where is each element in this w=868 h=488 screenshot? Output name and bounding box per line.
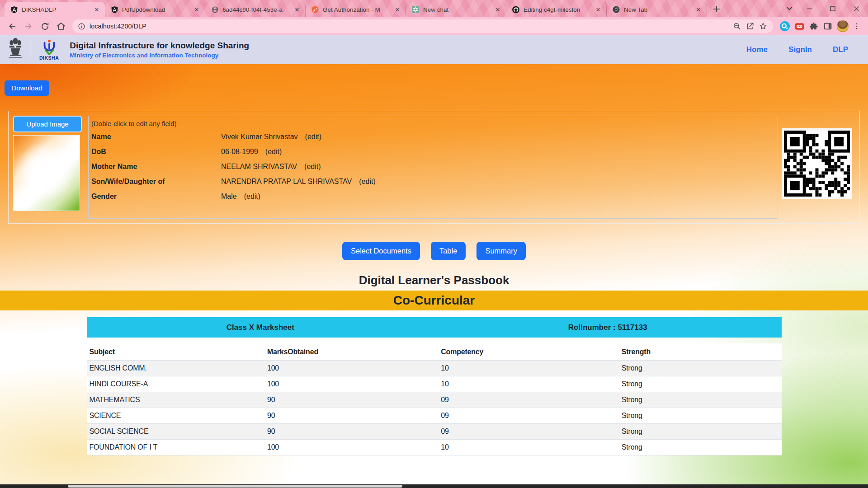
fields-container: NameVivek Kumar Shrivastav(edit)DoB06-08… — [91, 129, 776, 204]
horizontal-scrollbar[interactable] — [0, 484, 868, 488]
summary-button[interactable]: Summary — [476, 242, 526, 260]
nav-home[interactable]: Home — [746, 45, 768, 54]
github-icon — [512, 5, 520, 14]
field-label: DoB — [91, 148, 221, 156]
browser-tab[interactable]: Editing c4gt-mileston✕ — [506, 2, 607, 17]
tab-close-icon[interactable]: ✕ — [192, 5, 201, 14]
table-cell-competency: 10 — [438, 440, 619, 455]
marksheet-rollnumber: Rollnumber : 5117133 — [434, 317, 782, 338]
extensions-cluster — [777, 20, 863, 32]
table-cell-subject: ENGLISH COMM. — [87, 361, 264, 376]
table-cell-strength: Strong — [619, 392, 782, 408]
extension-red-icon[interactable] — [794, 21, 805, 32]
table-cell-strength: Strong — [619, 408, 782, 424]
upload-image-button[interactable]: Upload Image — [13, 116, 82, 132]
tab-close-icon[interactable]: ✕ — [694, 5, 703, 14]
nav-signin[interactable]: SignIn — [788, 45, 812, 54]
site-title: Digital Infrastructure for knowledge Sha… — [70, 41, 249, 51]
diksha-logo-icon — [41, 39, 58, 56]
maximize-icon — [830, 6, 835, 11]
table-row: MATHEMATICS9009Strong — [87, 392, 782, 408]
action-buttons-row: Select DocumentsTableSummary — [0, 242, 868, 260]
profile-field-row: Mother NameNEELAM SHRIVASTAV(edit) — [91, 159, 776, 174]
chrome-icon — [612, 5, 620, 14]
page-content: Download Upload Image (Doble-click to ed… — [0, 64, 868, 488]
share-icon[interactable] — [745, 22, 755, 31]
table-button[interactable]: Table — [431, 242, 466, 260]
browser-tab[interactable]: New chat✕ — [406, 2, 506, 17]
extensions-puzzle-icon[interactable] — [809, 21, 819, 31]
table-cell-marks: 100 — [264, 361, 438, 376]
zoom-out-icon[interactable] — [732, 22, 741, 31]
browser-tab[interactable]: PdfUpdownload✕ — [105, 2, 205, 17]
edit-hint: (Doble-click to edit any field) — [91, 120, 776, 127]
table-header-cell: Subject — [87, 343, 264, 361]
tab-title: 6ad44c90-f04f-453e-a — [222, 6, 289, 13]
table-cell-strength: Strong — [619, 361, 782, 376]
postman-icon — [311, 5, 319, 14]
home-button[interactable] — [53, 19, 69, 34]
profile-fields-box: (Doble-click to edit any field) NameVive… — [88, 116, 778, 219]
field-value[interactable]: Vivek Kumar Shrivastav — [221, 133, 298, 141]
menu-dots-icon[interactable] — [853, 22, 861, 30]
url-text[interactable]: localhost:4200/DLP — [90, 23, 728, 30]
new-tab-button[interactable] — [710, 2, 723, 16]
browser-tab[interactable]: New Tab✕ — [607, 2, 707, 17]
extension-blue-icon[interactable] — [779, 21, 790, 32]
bookmark-star-icon[interactable] — [759, 22, 768, 31]
field-value[interactable]: 06-08-1999 — [221, 148, 258, 156]
maximize-button[interactable] — [821, 0, 844, 17]
tab-close-icon[interactable]: ✕ — [493, 5, 502, 14]
reload-button[interactable] — [37, 19, 52, 34]
scrollbar-thumb[interactable] — [68, 485, 402, 488]
field-value[interactable]: NARENDRA PRATAP LAL SHRIVASTAV — [221, 178, 352, 186]
back-arrow-icon — [7, 21, 17, 31]
tab-close-icon[interactable]: ✕ — [292, 5, 302, 14]
select-documents-button[interactable]: Select Documents — [342, 242, 420, 260]
field-value[interactable]: Male — [221, 192, 237, 201]
table-row: FOUNDATION OF I T10010Strong — [87, 440, 782, 455]
tab-close-icon[interactable]: ✕ — [393, 5, 402, 14]
field-value[interactable]: NEELAM SHRIVASTAV — [221, 163, 297, 171]
side-panel-icon[interactable] — [823, 21, 833, 31]
field-label: Gender — [91, 192, 221, 201]
table-cell-strength: Strong — [619, 440, 782, 455]
forward-button[interactable] — [21, 19, 36, 34]
table-cell-marks: 90 — [264, 408, 438, 424]
tab-close-icon[interactable]: ✕ — [594, 5, 603, 14]
marksheet-header-bar: Class X Marksheet Rollnumber : 5117133 — [87, 317, 782, 338]
tab-title: New chat — [423, 6, 490, 13]
field-edit-link[interactable]: (edit) — [305, 133, 321, 141]
tab-title: PdfUpdownload — [122, 6, 189, 13]
section-banner: Co-Curricular — [0, 291, 868, 310]
browser-tab[interactable]: 6ad44c90-f04f-453e-a✕ — [205, 2, 306, 17]
field-edit-link[interactable]: (edit) — [359, 178, 375, 186]
download-button[interactable]: Download — [5, 80, 49, 96]
header-text: Digital Infrastructure for knowledge Sha… — [70, 41, 249, 59]
browser-tab[interactable]: Get Authorization - M✕ — [306, 2, 406, 17]
address-bar[interactable]: localhost:4200/DLP — [72, 19, 773, 33]
reload-icon — [40, 22, 50, 31]
field-edit-link[interactable]: (edit) — [244, 192, 260, 201]
browser-tab[interactable]: DIKSHADLP✕ — [5, 2, 105, 17]
table-cell-subject: FOUNDATION OF I T — [87, 440, 264, 455]
back-button[interactable] — [5, 19, 20, 34]
profile-avatar[interactable] — [837, 20, 849, 32]
table-cell-competency: 10 — [438, 376, 619, 392]
tab-close-icon[interactable]: ✕ — [92, 5, 101, 14]
profile-photo-column: Upload Image — [13, 116, 82, 219]
table-cell-subject: SOCIAL SCIENCE — [87, 424, 264, 440]
minimize-button[interactable] — [797, 0, 821, 17]
field-edit-link[interactable]: (edit) — [265, 148, 282, 156]
close-window-button[interactable] — [844, 0, 868, 17]
tab-title: Get Authorization - M — [323, 6, 389, 13]
site-info-icon[interactable] — [78, 23, 85, 30]
field-label: Mother Name — [91, 163, 221, 171]
field-label: Son/Wife/Daughter of — [91, 178, 221, 186]
plus-icon — [713, 6, 720, 12]
tab-search-button[interactable] — [781, 0, 797, 17]
field-edit-link[interactable]: (edit) — [304, 163, 321, 171]
profile-photo — [13, 135, 80, 211]
nav-dlp[interactable]: DLP — [833, 45, 848, 54]
field-label: Name — [91, 133, 221, 141]
